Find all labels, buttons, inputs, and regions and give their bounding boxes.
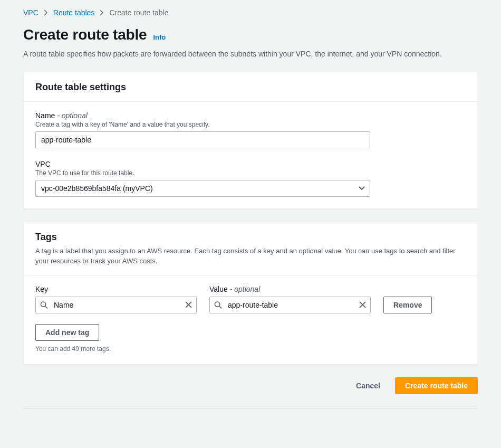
breadcrumb-link-vpc[interactable]: VPC [23,8,38,17]
cancel-button[interactable]: Cancel [346,377,390,394]
tag-value-label: Value [209,285,228,293]
tags-panel: Tags A tag is a label that you assign to… [23,222,478,365]
name-field: Name - optional Create a tag with a key … [35,111,466,148]
breadcrumb-current: Create route table [109,8,168,17]
page-title: Create route table [23,26,147,43]
clear-tag-value-button[interactable] [357,300,368,310]
add-tag-hint: You can add 49 more tags. [35,345,466,352]
chevron-right-icon [44,9,48,16]
vpc-select[interactable]: vpc-00e2b8569bfa584fa (myVPC) [35,180,370,197]
remove-tag-button[interactable]: Remove [383,297,432,313]
tag-value-optional: - optional [228,285,260,293]
tag-key-label: Key [35,285,197,293]
close-icon [185,301,192,308]
add-new-tag-button[interactable]: Add new tag [35,324,99,341]
info-link[interactable]: Info [153,33,166,41]
tag-value-input[interactable] [209,297,371,313]
form-actions: Cancel Create route table [23,377,478,394]
tags-description: A tag is a label that you assign to an A… [35,246,466,266]
vpc-label: VPC [35,160,466,168]
clear-tag-key-button[interactable] [183,300,194,310]
name-label: Name [35,111,55,120]
divider [23,408,478,408]
close-icon [359,301,366,308]
breadcrumb: VPC Route tables Create route table [23,8,478,17]
vpc-help: The VPC to use for this route table. [35,169,466,177]
panel-title-tags: Tags [35,232,466,243]
route-table-settings-panel: Route table settings Name - optional Cre… [23,72,478,209]
tag-key-input[interactable] [35,297,197,313]
name-input[interactable] [35,131,370,148]
panel-title-settings: Route table settings [35,82,466,93]
chevron-right-icon [100,9,104,16]
vpc-field: VPC The VPC to use for this route table.… [35,160,466,197]
breadcrumb-link-route-tables[interactable]: Route tables [53,8,95,17]
page-description: A route table specifies how packets are … [23,49,466,60]
create-route-table-button[interactable]: Create route table [395,377,478,394]
name-help: Create a tag with a key of 'Name' and a … [35,121,466,128]
name-optional: - optional [55,111,87,120]
tag-row: Key Value - optional [35,285,466,313]
